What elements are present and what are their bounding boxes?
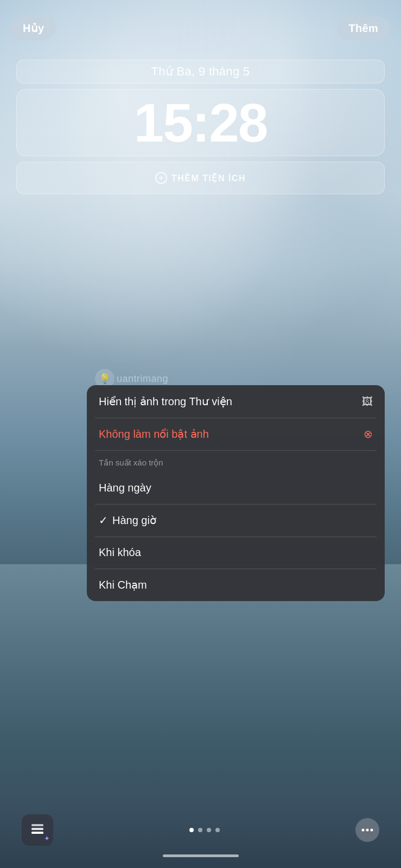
watermark-text: uantrimang (117, 373, 168, 385)
no-highlight-icon: ⊗ (364, 427, 373, 441)
time-text: 15:28 (134, 92, 268, 153)
photos-icon: 🖼 (362, 395, 373, 408)
dot-2 (198, 828, 202, 832)
sparkle-icon: ✦ (44, 834, 50, 843)
add-button[interactable]: Thêm (336, 16, 390, 40)
dot-4 (215, 828, 220, 832)
dot-1 (189, 828, 194, 832)
daily-label: Hàng ngày (99, 482, 151, 494)
svg-point-5 (371, 829, 373, 832)
widgets-area: Thứ Ba, 9 tháng 5 15:28 + THÊM TIỆN ÍCH (16, 60, 385, 194)
add-widget-label: THÊM TIỆN ÍCH (171, 173, 246, 183)
home-indicator (163, 854, 239, 857)
menu-item-no-highlight[interactable]: Không làm nổi bật ảnh ⊗ (87, 418, 385, 450)
menu-item-daily[interactable]: Hàng ngày (87, 472, 385, 504)
svg-rect-2 (31, 832, 43, 834)
on-lock-label: Khi khóa (99, 546, 141, 559)
plus-circle-icon: + (155, 172, 167, 184)
page-dots (189, 828, 220, 832)
more-button[interactable] (355, 818, 379, 842)
menu-item-on-lock[interactable]: Khi khóa (87, 537, 385, 569)
show-photos-label: Hiển thị ảnh trong Thư viện (99, 395, 232, 408)
bottom-bar: ✦ (0, 814, 401, 857)
check-icon: ✓ (99, 514, 108, 527)
svg-rect-1 (31, 828, 43, 830)
svg-point-3 (362, 829, 365, 832)
menu-item-hourly[interactable]: ✓ Hàng giờ (87, 504, 385, 537)
svg-point-4 (366, 829, 369, 832)
cancel-button[interactable]: Hủy (11, 16, 56, 40)
menu-item-on-tap[interactable]: Khi Chạm (87, 569, 385, 601)
customize-button[interactable]: ✦ (22, 814, 53, 846)
dot-3 (207, 828, 211, 832)
date-text: Thứ Ba, 9 tháng 5 (151, 65, 250, 78)
on-tap-label: Khi Chạm (99, 578, 147, 591)
no-highlight-label: Không làm nổi bật ảnh (99, 427, 209, 441)
date-widget: Thứ Ba, 9 tháng 5 (16, 60, 385, 84)
context-menu: Hiển thị ảnh trong Thư viện 🖼 Không làm … (87, 385, 385, 601)
hourly-label: Hàng giờ (112, 514, 156, 527)
menu-item-show-photos[interactable]: Hiển thị ảnh trong Thư viện 🖼 (87, 385, 385, 418)
time-widget: 15:28 (16, 89, 385, 156)
stack-icon (29, 822, 46, 838)
ellipsis-icon (361, 828, 373, 832)
svg-rect-0 (31, 824, 43, 826)
bottom-controls: ✦ (0, 814, 401, 846)
add-widget-button[interactable]: + THÊM TIỆN ÍCH (16, 162, 385, 194)
section-label: Tần suất xáo trộn (87, 450, 385, 472)
nav-bar: Hủy Thêm (0, 16, 401, 40)
